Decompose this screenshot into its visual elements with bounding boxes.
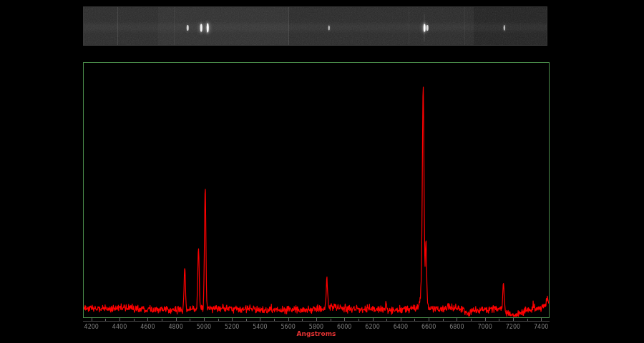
x-axis-label: Angstroms (83, 330, 550, 337)
spectrum-2d-strip[interactable] (83, 6, 547, 46)
x-axis-tick-label: 4800 (164, 324, 188, 330)
x-axis-minor-tick (218, 319, 219, 321)
x-axis-major-tick (457, 317, 457, 321)
x-axis-tick-label: 5800 (304, 324, 328, 330)
x-axis-tick-label: 6600 (416, 324, 441, 330)
sky-line (464, 7, 465, 45)
emission-knot (426, 25, 429, 31)
x-axis-major-tick (204, 317, 205, 321)
x-axis-major-tick (541, 317, 542, 321)
x-axis-minor-tick (302, 319, 303, 321)
x-axis-major-tick (119, 317, 120, 321)
x-axis-major-tick (429, 317, 429, 321)
x-axis-minor-tick (386, 319, 387, 321)
x-axis-tick-label: 5400 (248, 324, 272, 330)
x-axis-major-tick (147, 317, 148, 321)
sky-line (174, 7, 175, 45)
x-axis-tick-label: 7000 (473, 324, 497, 330)
x-axis-tick-label: 6800 (444, 324, 469, 330)
x-axis-tick-label: 4400 (107, 324, 132, 330)
x-axis-minor-tick (190, 319, 190, 321)
x-axis-major-tick (344, 317, 345, 321)
x-axis-minor-tick (105, 319, 106, 321)
x-axis-minor-tick (443, 319, 444, 321)
x-axis-minor-tick (246, 319, 247, 321)
x-axis-line (83, 321, 550, 322)
x-axis-minor-tick (162, 319, 162, 321)
emission-knot (328, 26, 330, 31)
spectrum-plot[interactable] (83, 62, 550, 318)
x-axis-tick-label: 5600 (276, 324, 301, 330)
x-axis-tick-label: 6000 (332, 324, 356, 330)
emission-knot (187, 25, 189, 31)
x-axis-major-tick (513, 317, 514, 321)
emission-knot (504, 25, 506, 31)
x-axis-minor-tick (527, 319, 528, 321)
x-axis-major-tick (401, 317, 401, 321)
x-axis-tick-label: 5000 (192, 324, 216, 330)
x-axis-tick-label: 4600 (135, 324, 160, 330)
spectrum-trace (84, 87, 549, 317)
x-axis-major-tick (373, 317, 374, 321)
app-background: 4200440046004800500052005400560058006000… (0, 0, 644, 343)
x-axis-minor-tick (471, 319, 472, 321)
x-axis-tick-label: 7200 (501, 324, 525, 330)
x-axis-major-tick (92, 317, 92, 321)
x-axis-major-tick (176, 317, 177, 321)
x-axis-tick-label: 6200 (361, 324, 385, 330)
x-axis-major-tick (260, 317, 260, 321)
sky-line (117, 7, 118, 45)
x-axis-tick-label: 4200 (79, 324, 104, 330)
x-axis-minor-tick (414, 319, 415, 321)
emission-knot (200, 24, 203, 32)
x-axis-minor-tick (499, 319, 499, 321)
spectrum-plot-canvas (84, 63, 549, 317)
x-axis-minor-tick (274, 319, 275, 321)
sky-line (288, 7, 289, 45)
emission-knot (207, 24, 209, 33)
x-axis-tick-label: 6400 (389, 324, 413, 330)
x-axis-minor-tick (358, 319, 359, 321)
x-axis-tick-label: 5200 (220, 324, 244, 330)
sky-line (409, 7, 409, 45)
x-axis-major-tick (288, 317, 289, 321)
x-axis-major-tick (485, 317, 486, 321)
x-axis-minor-tick (331, 319, 331, 321)
x-axis-major-tick (232, 317, 233, 321)
strip-trace-band (84, 7, 547, 45)
x-axis-major-tick (316, 317, 317, 321)
x-axis-tick-label: 7400 (529, 324, 553, 330)
x-axis-minor-tick (134, 319, 135, 321)
